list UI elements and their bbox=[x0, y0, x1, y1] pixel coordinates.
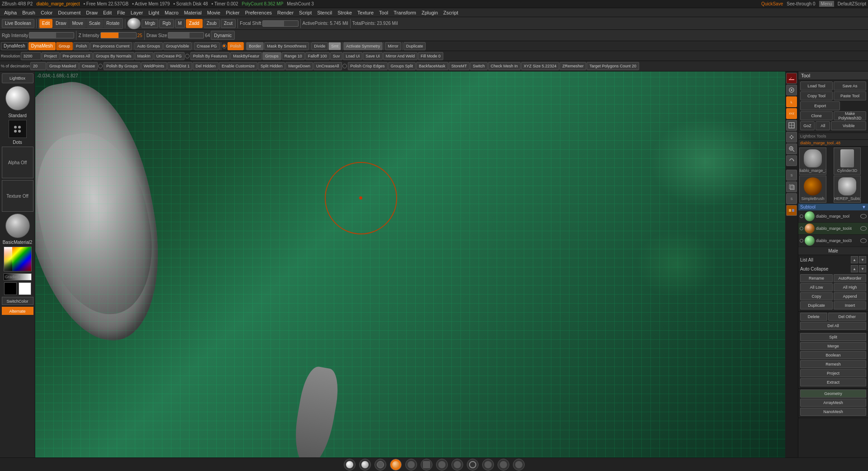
menu-macro[interactable]: Macro bbox=[162, 10, 181, 16]
del-other-btn[interactable]: Del Other bbox=[828, 313, 866, 321]
suv-btn[interactable]: Suv bbox=[330, 52, 343, 60]
duplicate-panel-btn[interactable]: Duplicate bbox=[800, 301, 833, 309]
weld-points-btn[interactable]: WeldPoints bbox=[141, 62, 167, 70]
subtool-section-header[interactable]: Subtool ▼ bbox=[798, 204, 868, 210]
menu-light[interactable]: Light bbox=[146, 10, 161, 16]
load-tool-btn[interactable]: Load Tool bbox=[800, 81, 833, 90]
transp-btn[interactable] bbox=[786, 181, 797, 192]
project-btn[interactable]: Project bbox=[42, 52, 60, 60]
subtool-item-2[interactable]: diablo_marge_tool4 bbox=[798, 223, 868, 235]
uncrease-all-btn[interactable]: UnCreaseAll bbox=[313, 62, 342, 70]
z-intensity-slider[interactable] bbox=[100, 32, 137, 38]
solo-btn[interactable]: S bbox=[786, 170, 797, 181]
check-mesh-btn[interactable]: Check Mesh In bbox=[488, 62, 521, 70]
rgb-intensity-slider[interactable] bbox=[29, 32, 74, 38]
boolean-btn[interactable]: Boolean bbox=[800, 351, 866, 359]
thumb-cherep[interactable]: CHEREP_Subtoo bbox=[834, 176, 861, 203]
menu-file[interactable]: File bbox=[115, 10, 128, 16]
falloff-btn[interactable]: Falloff 100 bbox=[305, 52, 330, 60]
split-btn[interactable]: Split bbox=[800, 333, 866, 341]
thumb-cylinder[interactable]: Cylinder3D bbox=[834, 147, 861, 175]
stl-dot1[interactable] bbox=[800, 214, 803, 218]
stl-eye-1[interactable] bbox=[860, 214, 867, 219]
groups-btn[interactable]: Groups bbox=[262, 52, 281, 60]
save-ui-btn[interactable]: Save Ui bbox=[363, 52, 383, 60]
zsub-btn[interactable]: Zsub bbox=[204, 19, 220, 28]
menu-tool[interactable]: Tool bbox=[377, 10, 390, 16]
rotate-nav-btn[interactable] bbox=[786, 155, 797, 166]
stl-eye-3[interactable] bbox=[860, 238, 867, 243]
local-btn[interactable] bbox=[786, 85, 797, 95]
menu-movie[interactable]: Movie bbox=[205, 10, 223, 16]
polish-radio[interactable] bbox=[222, 44, 227, 48]
menu-zscript[interactable]: Zscript bbox=[441, 10, 460, 16]
black-swatch[interactable] bbox=[4, 282, 17, 295]
menu-edit[interactable]: Edit bbox=[101, 10, 114, 16]
list-all-arrow-dn[interactable]: ▼ bbox=[859, 256, 866, 263]
switch-btn[interactable]: Switch bbox=[470, 62, 488, 70]
auto-collapse-arrow-dn[interactable]: ▼ bbox=[859, 265, 866, 272]
bottom-icon-2[interactable] bbox=[359, 459, 371, 471]
live-boolean-btn[interactable]: Live Boolean bbox=[2, 19, 34, 28]
preprocess-all-btn[interactable]: Pre-process All bbox=[60, 52, 93, 60]
divide-btn[interactable]: Divide bbox=[311, 42, 328, 50]
draw-btn[interactable]: Draw bbox=[53, 19, 69, 28]
thumb-simple-brush[interactable]: SimpleBrush bbox=[799, 176, 826, 203]
target-polygons-btn[interactable]: Target Polygons Count 20 bbox=[587, 62, 639, 70]
weld-dist-btn[interactable]: WeldDist 1 bbox=[167, 62, 192, 70]
menu-zplugin[interactable]: Zplugin bbox=[419, 10, 440, 16]
smt-btn[interactable]: Smt bbox=[328, 42, 341, 50]
move-nav-btn[interactable] bbox=[786, 132, 797, 143]
bottom-icon-7[interactable] bbox=[436, 459, 448, 471]
array-mesh-btn[interactable]: ArrayMesh bbox=[800, 399, 866, 407]
dynamesh-btn[interactable]: DynaMesh bbox=[28, 42, 56, 50]
polish-main-btn[interactable]: Polish bbox=[228, 42, 244, 50]
menu-render[interactable]: Render bbox=[275, 10, 296, 16]
focal-shift-slider[interactable] bbox=[262, 20, 299, 27]
mirror-btn[interactable]: Mirror bbox=[385, 42, 401, 50]
resolution-val[interactable]: 3200 bbox=[21, 52, 41, 60]
split-hidden-btn[interactable]: Split Hidden bbox=[258, 62, 285, 70]
bottom-icon-11[interactable] bbox=[498, 459, 509, 471]
polish-btn[interactable]: Polish bbox=[73, 42, 90, 50]
copy-btn[interactable]: Copy bbox=[800, 292, 833, 300]
bottom-icon-9[interactable] bbox=[467, 459, 479, 471]
backface-mask-btn[interactable]: BackfaceMask bbox=[416, 62, 448, 70]
subtool-item-1[interactable]: diablo_marge_tool bbox=[798, 210, 868, 223]
menu-transform[interactable]: Transform bbox=[391, 10, 418, 16]
gradient-preview[interactable]: Gradient bbox=[4, 273, 32, 281]
menu-draw[interactable]: Draw bbox=[84, 10, 100, 16]
white-swatch[interactable] bbox=[19, 282, 31, 295]
bottom-icon-8[interactable] bbox=[451, 459, 463, 471]
xpose-btn[interactable] bbox=[786, 205, 797, 216]
menu-material[interactable]: Material bbox=[182, 10, 204, 16]
menu-preferences[interactable]: Preferences bbox=[243, 10, 274, 16]
group-visible-btn[interactable]: GroupVisible bbox=[163, 42, 192, 50]
solo2-btn[interactable]: S bbox=[786, 193, 797, 204]
paste-tool-btn[interactable]: Paste Tool bbox=[834, 91, 866, 100]
texture-off-btn[interactable]: Texture Off bbox=[2, 180, 33, 212]
switch-color-btn[interactable]: SwitchColor bbox=[2, 297, 33, 305]
del-hidden-btn[interactable]: Del Hidden bbox=[193, 62, 218, 70]
polish-by-groups-btn[interactable]: Polish By Groups bbox=[104, 62, 141, 70]
enable-customize-btn[interactable]: Enable Customize bbox=[219, 62, 257, 70]
menu-picker[interactable]: Picker bbox=[223, 10, 242, 16]
all-high-btn[interactable]: All High bbox=[834, 283, 866, 291]
maskbyfeature-btn[interactable]: MaskByFeatur bbox=[230, 52, 262, 60]
brush-preview-main[interactable] bbox=[5, 86, 30, 110]
zremesher-btn[interactable]: ZRemesher bbox=[560, 62, 586, 70]
draw-size-slider[interactable] bbox=[168, 32, 204, 38]
bottom-icon-5[interactable] bbox=[405, 459, 417, 471]
decimation-val[interactable]: 20 bbox=[30, 62, 46, 70]
frame-btn[interactable] bbox=[786, 120, 797, 131]
menu-stencil[interactable]: Stencil bbox=[315, 10, 334, 16]
mirror-weld-btn[interactable]: Mirror And Weld bbox=[383, 52, 417, 60]
groups-split-btn[interactable]: Groups Split bbox=[388, 62, 416, 70]
rename-btn[interactable]: Rename bbox=[800, 274, 833, 282]
remesh-btn[interactable]: Remesh bbox=[800, 360, 866, 368]
crease-pg-btn[interactable]: Crease PG bbox=[194, 42, 220, 50]
groups-by-normals-btn[interactable]: Groups By Normals bbox=[93, 52, 134, 60]
dynamic-btn[interactable]: Dynamic bbox=[211, 31, 235, 40]
merge-down-btn[interactable]: MergeDown bbox=[285, 62, 313, 70]
make-polymesh-btn[interactable]: Make PolyMesh3D bbox=[834, 111, 866, 120]
